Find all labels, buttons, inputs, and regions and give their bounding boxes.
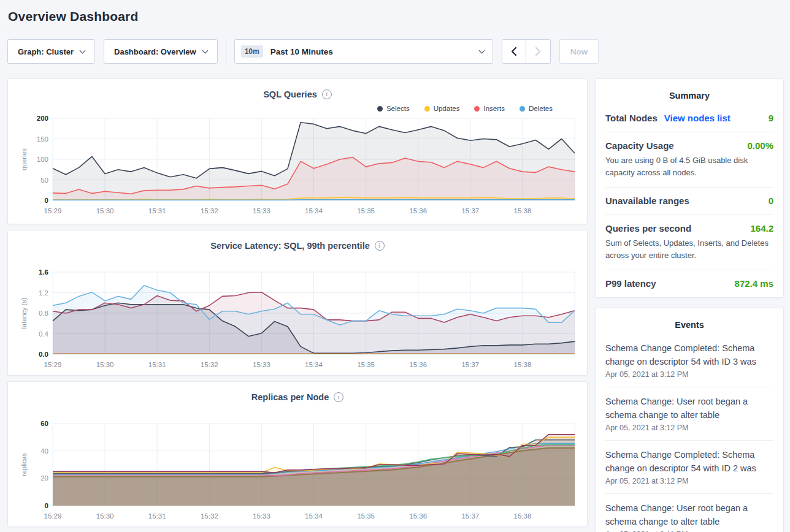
summary-label: Queries per second bbox=[605, 223, 691, 234]
summary-row-capacity-usage: Capacity Usage 0.00% You are using 0 B o… bbox=[605, 132, 773, 188]
event-text: Schema Change: User root began a schema … bbox=[605, 501, 773, 528]
x-tick-label: 15:35 bbox=[357, 512, 375, 520]
time-range-badge: 10m bbox=[241, 45, 263, 58]
charts-column: SQL Queries i SelectsUpdatesInsertsDelet… bbox=[7, 78, 588, 527]
legend-item-selects: Selects bbox=[377, 105, 410, 112]
prev-timespan-button[interactable] bbox=[502, 39, 526, 64]
y-tick-label: 0 bbox=[45, 197, 48, 204]
sql-queries-chart[interactable]: 15:2915:3015:3115:3215:3315:3415:3515:36… bbox=[18, 113, 578, 218]
x-tick-label: 15:31 bbox=[148, 207, 166, 215]
y-tick-label: 50 bbox=[40, 177, 48, 184]
x-tick-label: 15:31 bbox=[148, 512, 166, 520]
event-text: Schema Change Completed: Schema change o… bbox=[605, 448, 773, 475]
y-tick-label: 0 bbox=[45, 502, 48, 509]
event-text: Schema Change: User root began a schema … bbox=[605, 395, 773, 422]
y-tick-label: 1.6 bbox=[39, 268, 48, 276]
graph-dropdown[interactable]: Graph: Cluster bbox=[7, 39, 95, 64]
time-range-label: Past 10 Minutes bbox=[270, 47, 333, 56]
event-list-item: Schema Change Completed: Schema change o… bbox=[605, 441, 773, 494]
x-tick-label: 15:34 bbox=[305, 512, 323, 520]
event-text: Schema Change Completed: Schema change o… bbox=[605, 341, 773, 368]
x-tick-label: 15:29 bbox=[44, 512, 62, 520]
x-tick-label: 15:33 bbox=[253, 512, 270, 520]
summary-label: Unavailable ranges bbox=[605, 196, 689, 206]
legend-dot-icon bbox=[424, 106, 430, 112]
legend-dot-icon bbox=[377, 106, 383, 112]
x-tick-label: 15:29 bbox=[44, 361, 62, 368]
time-range-picker[interactable]: 10m Past 10 Minutes bbox=[234, 39, 493, 64]
x-tick-label: 15:38 bbox=[514, 361, 532, 368]
toolbar-divider bbox=[226, 39, 226, 64]
chart-title: Replicas per Node bbox=[251, 392, 329, 402]
event-list-item: Schema Change: User root began a schema … bbox=[605, 387, 773, 441]
events-title: Events bbox=[605, 308, 773, 334]
time-step-buttons bbox=[502, 39, 551, 64]
service-latency-chart[interactable]: 15:2915:3015:3115:3215:3315:3415:3515:36… bbox=[18, 267, 578, 371]
legend-dot-icon bbox=[474, 106, 480, 112]
info-icon[interactable]: i bbox=[375, 241, 385, 251]
y-axis-label: latency (s) bbox=[20, 298, 28, 329]
x-tick-label: 15:29 bbox=[44, 207, 62, 215]
legend-label: Inserts bbox=[483, 105, 505, 112]
x-tick-label: 15:30 bbox=[96, 361, 114, 368]
summary-value: 0.00% bbox=[747, 140, 773, 151]
x-tick-label: 15:37 bbox=[461, 207, 479, 215]
x-tick-label: 15:38 bbox=[514, 207, 532, 215]
chart-title: Service Latency: SQL, 99th percentile bbox=[210, 241, 370, 251]
x-tick-label: 15:37 bbox=[461, 512, 479, 520]
info-icon[interactable]: i bbox=[334, 392, 343, 402]
y-axis-label: replicas bbox=[20, 453, 28, 476]
chevron-down-icon bbox=[202, 47, 208, 53]
summary-row-queries-per-second: Queries per second 164.2 Sum of Selects,… bbox=[605, 215, 773, 270]
dashboard-dropdown-label: Dashboard: Overview bbox=[114, 47, 196, 56]
x-tick-label: 15:36 bbox=[409, 361, 427, 368]
y-tick-label: 0.4 bbox=[39, 330, 49, 338]
event-list-item: Schema Change: User root began a schema … bbox=[605, 494, 773, 532]
event-timestamp: Apr 05, 2021 at 3:12 PM bbox=[605, 370, 773, 379]
y-tick-label: 20 bbox=[40, 474, 48, 482]
summary-value: 0 bbox=[769, 196, 773, 206]
x-tick-label: 15:35 bbox=[357, 207, 375, 215]
x-tick-label: 15:38 bbox=[514, 512, 532, 520]
summary-row-total-nodes: Total Nodes View nodes list 9 bbox=[605, 105, 773, 132]
chevron-down-icon bbox=[80, 47, 86, 53]
summary-value: 164.2 bbox=[750, 223, 773, 234]
event-timestamp: Apr 05, 2021 at 3:12 PM bbox=[605, 424, 773, 432]
dashboard-dropdown[interactable]: Dashboard: Overview bbox=[104, 39, 218, 64]
x-tick-label: 15:33 bbox=[253, 361, 270, 368]
y-tick-label: 150 bbox=[37, 135, 48, 143]
summary-title: Summary bbox=[605, 79, 773, 105]
replicas-per-node-chart[interactable]: 15:2915:3015:3115:3215:3315:3415:3515:36… bbox=[18, 419, 578, 523]
x-tick-label: 15:32 bbox=[201, 512, 218, 520]
x-tick-label: 15:30 bbox=[96, 207, 114, 215]
view-nodes-link[interactable]: View nodes list bbox=[664, 113, 731, 123]
legend-label: Selects bbox=[386, 105, 410, 112]
legend-item-inserts: Inserts bbox=[474, 105, 505, 112]
y-tick-label: 0.8 bbox=[39, 310, 48, 317]
toolbar: Graph: Cluster Dashboard: Overview 10m P… bbox=[7, 39, 790, 64]
legend-label: Updates bbox=[434, 105, 460, 112]
summary-label: Capacity Usage bbox=[605, 140, 674, 151]
y-axis-label: queries bbox=[20, 148, 28, 170]
chart-legend: SelectsUpdatesInsertsDeletes bbox=[18, 104, 577, 113]
chevron-left-icon bbox=[511, 47, 516, 56]
info-icon[interactable]: i bbox=[322, 89, 332, 99]
y-tick-label: 40 bbox=[40, 447, 48, 455]
page-title: Overview Dashboard bbox=[0, 0, 790, 24]
chevron-right-icon bbox=[535, 47, 541, 56]
summary-description: Sum of Selects, Updates, Inserts, and De… bbox=[605, 237, 773, 261]
now-button[interactable]: Now bbox=[559, 39, 599, 64]
sidebar: Summary Total Nodes View nodes list 9 Ca… bbox=[595, 78, 784, 532]
legend-label: Deletes bbox=[529, 105, 553, 112]
event-list-item: Schema Change Completed: Schema change o… bbox=[605, 334, 773, 387]
summary-panel: Summary Total Nodes View nodes list 9 Ca… bbox=[595, 78, 784, 298]
chart-title: SQL Queries bbox=[263, 89, 317, 99]
y-tick-label: 100 bbox=[37, 156, 48, 163]
x-tick-label: 15:32 bbox=[201, 207, 218, 215]
x-tick-label: 15:30 bbox=[96, 512, 114, 520]
next-timespan-button[interactable] bbox=[526, 39, 551, 64]
event-timestamp: Apr 05, 2021 at 3:12 PM bbox=[605, 477, 773, 485]
x-tick-label: 15:34 bbox=[305, 207, 323, 215]
sql-queries-panel: SQL Queries i SelectsUpdatesInsertsDelet… bbox=[7, 78, 588, 224]
x-tick-label: 15:35 bbox=[357, 361, 375, 368]
